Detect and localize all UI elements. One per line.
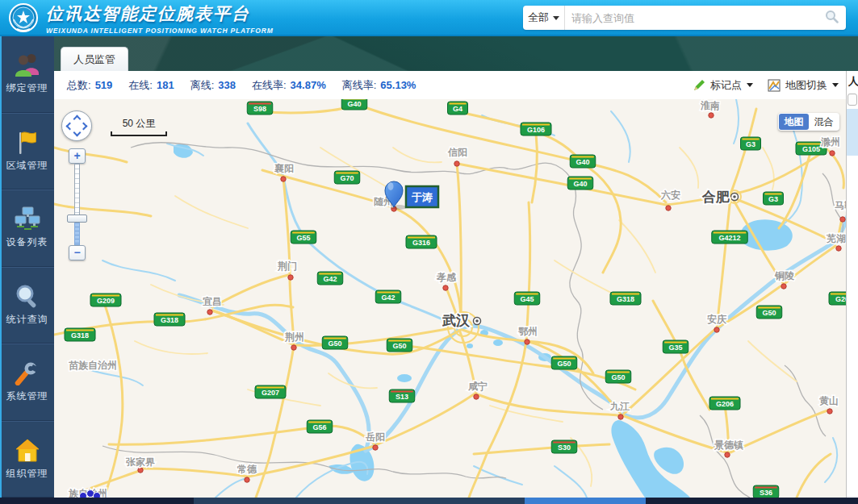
sidebar-item-devices[interactable]: 设备列表 xyxy=(0,190,54,267)
map-scale-bar xyxy=(111,131,167,136)
zoom-out-button[interactable]: − xyxy=(69,245,86,260)
map-road-badge: G56 xyxy=(307,420,333,433)
zoom-slider-handle[interactable] xyxy=(67,215,87,223)
svg-text:襄阳: 襄阳 xyxy=(274,163,294,174)
map-city: 芜湖 xyxy=(826,233,846,251)
svg-text:G50: G50 xyxy=(557,360,571,368)
search-stats-icon xyxy=(14,284,41,309)
svg-text:S36: S36 xyxy=(760,489,772,497)
svg-text:荆门: 荆门 xyxy=(277,260,297,272)
header: 位讯达智能定位腕表平台 WEIXUNDA INTELLIGENT POSITIO… xyxy=(0,0,858,36)
map-type-map-button[interactable]: 地图 xyxy=(779,114,809,130)
svg-text:G106: G106 xyxy=(527,126,545,134)
home-icon xyxy=(14,438,41,463)
person-marker-label[interactable]: 于涛 xyxy=(406,186,438,207)
horizontal-scrollbar[interactable] xyxy=(0,498,858,504)
svg-text:G205: G205 xyxy=(835,295,846,303)
marker-point-dropdown[interactable]: 标记点 xyxy=(693,78,753,93)
map-road-badge: G35 xyxy=(663,340,688,353)
right-panel-collapsed[interactable]: 人 xyxy=(846,71,858,498)
map-city: 六安 xyxy=(660,190,680,210)
svg-text:G105: G105 xyxy=(802,145,820,153)
sidebar-item-system[interactable]: 系统管理 xyxy=(0,344,54,421)
app-title: 位讯达智能定位腕表平台 xyxy=(46,2,274,25)
svg-text:S13: S13 xyxy=(396,393,408,401)
svg-text:G206: G206 xyxy=(716,400,734,408)
map-road-badge: G205 xyxy=(829,292,846,305)
svg-text:咸宁: 咸宁 xyxy=(467,381,488,392)
svg-text:武汉: 武汉 xyxy=(442,313,471,328)
svg-text:苗族自治州: 苗族自治州 xyxy=(69,360,117,371)
map-road-badge: G106 xyxy=(521,123,551,135)
sidebar-item-statistics[interactable]: 统计查询 xyxy=(0,267,54,344)
svg-text:G318: G318 xyxy=(161,316,178,324)
map-svg: S98G40G4G106G3G105G40G40G3G70G4212G55G31… xyxy=(54,99,846,498)
svg-text:九江: 九江 xyxy=(609,401,630,412)
search-icon[interactable] xyxy=(825,10,839,27)
right-panel-box xyxy=(848,94,857,106)
stat-online-rate: 在线率:34.87% xyxy=(252,78,326,93)
map-road-badge: G50 xyxy=(756,306,782,319)
police-badge-logo xyxy=(7,2,40,38)
right-panel-partial-title: 人 xyxy=(847,71,858,89)
map-city: 铜陵 xyxy=(774,270,795,289)
svg-text:G45: G45 xyxy=(520,295,534,303)
chevron-down-icon xyxy=(747,83,753,90)
map-road-badge: G318 xyxy=(154,313,185,326)
map-road-badge: G40 xyxy=(570,155,596,168)
map-city: 景德镇 xyxy=(714,439,743,457)
pan-down-icon[interactable] xyxy=(73,129,82,137)
svg-text:荆州: 荆州 xyxy=(284,331,304,343)
map-road-badge: G45 xyxy=(514,292,540,305)
scrollbar-thumb[interactable] xyxy=(525,498,646,504)
app-subtitle: WEIXUNDA INTELLIGENT POSITIONING WATCH P… xyxy=(46,27,274,35)
map-switch-dropdown[interactable]: 地图切换 xyxy=(768,78,839,93)
map-city: 淮南 xyxy=(700,100,720,118)
sidebar-item-label: 设备列表 xyxy=(6,235,48,249)
svg-text:宜昌: 宜昌 xyxy=(203,296,222,307)
search-category-select[interactable]: 全部 xyxy=(523,6,565,30)
svg-text:G4: G4 xyxy=(453,105,462,113)
wrench-icon xyxy=(14,360,41,385)
svg-text:G55: G55 xyxy=(296,234,310,242)
svg-text:芜湖: 芜湖 xyxy=(826,233,846,244)
right-panel-selection xyxy=(847,109,858,156)
map-city: 张家界 xyxy=(125,456,155,473)
map-road-badge: G3 xyxy=(741,137,761,150)
svg-text:岳阳: 岳阳 xyxy=(365,431,385,443)
svg-text:G56: G56 xyxy=(312,423,326,431)
sidebar-item-binding[interactable]: 绑定管理 xyxy=(0,36,54,113)
search-input[interactable] xyxy=(565,12,818,24)
tab-bar: 人员监管 xyxy=(54,36,858,71)
zoom-in-button[interactable]: + xyxy=(69,148,86,164)
map-canvas[interactable]: S98G40G4G106G3G105G40G40G3G70G4212G55G31… xyxy=(54,99,846,498)
map-road-badge: G50 xyxy=(605,370,631,383)
map-road-badge: G207 xyxy=(255,385,286,398)
svg-text:G42: G42 xyxy=(323,275,337,283)
map-road-badge: G70 xyxy=(334,171,360,184)
sidebar-item-region[interactable]: 区域管理 xyxy=(0,113,54,190)
map-pan-control[interactable] xyxy=(61,110,92,141)
pan-up-icon[interactable] xyxy=(73,115,82,123)
map-road-badge: G209 xyxy=(90,294,121,306)
svg-text:G35: G35 xyxy=(668,344,682,352)
map-toolbar: 标记点 地图切换 xyxy=(693,71,839,99)
map-road-badge: G50 xyxy=(322,336,348,349)
pan-right-icon[interactable] xyxy=(80,123,88,131)
stat-total: 总数:519 xyxy=(67,78,112,93)
sidebar: 绑定管理 区域管理 设备列表 xyxy=(0,36,54,498)
map-type-hybrid-button[interactable]: 混合 xyxy=(809,114,839,130)
svg-text:G4212: G4212 xyxy=(718,234,740,242)
tab-personnel-monitoring[interactable]: 人员监管 xyxy=(61,47,128,71)
devices-icon xyxy=(13,206,42,231)
svg-text:G207: G207 xyxy=(262,389,279,397)
pan-left-icon[interactable] xyxy=(66,123,74,131)
map-road-badge: S30 xyxy=(551,440,577,453)
tab-label: 人员监管 xyxy=(73,52,115,67)
svg-text:黄山: 黄山 xyxy=(819,395,839,406)
svg-text:S30: S30 xyxy=(558,444,571,452)
map-road-badge: G4212 xyxy=(712,231,748,244)
svg-text:G316: G316 xyxy=(412,239,430,247)
sidebar-item-organization[interactable]: 组织管理 xyxy=(0,421,54,498)
map-road-badge: G40 xyxy=(341,99,367,110)
